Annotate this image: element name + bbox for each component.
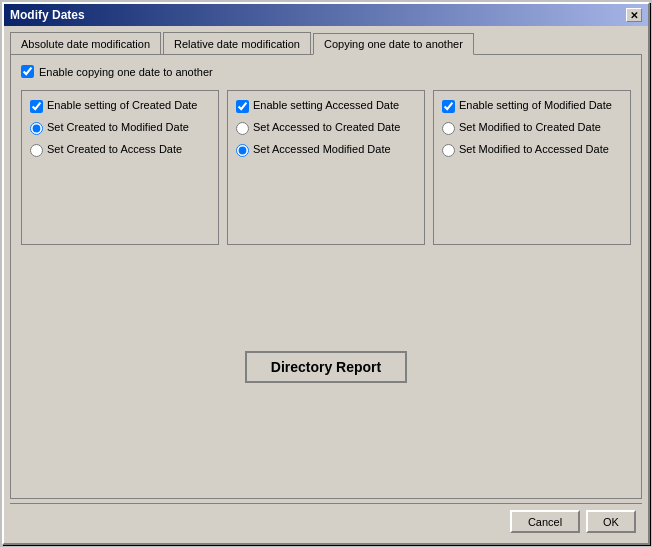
created-to-access-radio[interactable] xyxy=(30,144,43,157)
enable-copying-row: Enable copying one date to another xyxy=(21,65,631,78)
enable-modified-row: Enable setting of Modified Date xyxy=(442,99,622,113)
window-title: Modify Dates xyxy=(10,8,85,22)
panel-modified: Enable setting of Modified Date Set Modi… xyxy=(433,90,631,245)
panel-created: Enable setting of Created Date Set Creat… xyxy=(21,90,219,245)
ok-button[interactable]: OK xyxy=(586,510,636,533)
enable-copying-label[interactable]: Enable copying one date to another xyxy=(39,66,213,78)
tab-absolute[interactable]: Absolute date modification xyxy=(10,32,161,54)
modified-to-accessed-radio[interactable] xyxy=(442,144,455,157)
tab-bar: Absolute date modification Relative date… xyxy=(10,32,642,54)
modify-dates-window: Modify Dates ✕ Absolute date modificatio… xyxy=(2,2,650,545)
tab-copying[interactable]: Copying one date to another xyxy=(313,33,474,55)
enable-accessed-row: Enable setting Accessed Date xyxy=(236,99,416,113)
directory-report-area: Directory Report xyxy=(21,245,631,488)
title-bar-buttons: ✕ xyxy=(626,8,642,22)
accessed-to-created-row: Set Accessed to Created Date xyxy=(236,121,416,135)
panels-row: Enable setting of Created Date Set Creat… xyxy=(21,90,631,245)
tab-content-copying: Enable copying one date to another Enabl… xyxy=(10,54,642,499)
close-button[interactable]: ✕ xyxy=(626,8,642,22)
modified-to-created-label[interactable]: Set Modified to Created Date xyxy=(459,121,601,133)
bottom-buttons: Cancel OK xyxy=(10,503,642,537)
enable-copying-checkbox[interactable] xyxy=(21,65,34,78)
directory-report-box[interactable]: Directory Report xyxy=(245,351,407,383)
enable-accessed-label[interactable]: Enable setting Accessed Date xyxy=(253,99,399,111)
enable-modified-label[interactable]: Enable setting of Modified Date xyxy=(459,99,612,111)
enable-created-checkbox[interactable] xyxy=(30,100,43,113)
cancel-button[interactable]: Cancel xyxy=(510,510,580,533)
created-to-access-row: Set Created to Access Date xyxy=(30,143,210,157)
created-to-modified-label[interactable]: Set Created to Modified Date xyxy=(47,121,189,133)
window-body: Absolute date modification Relative date… xyxy=(4,26,648,543)
created-to-modified-radio[interactable] xyxy=(30,122,43,135)
tab-relative[interactable]: Relative date modification xyxy=(163,32,311,54)
title-bar: Modify Dates ✕ xyxy=(4,4,648,26)
enable-created-label[interactable]: Enable setting of Created Date xyxy=(47,99,197,111)
accessed-to-created-label[interactable]: Set Accessed to Created Date xyxy=(253,121,400,133)
directory-report-label: Directory Report xyxy=(271,359,381,375)
modified-to-created-row: Set Modified to Created Date xyxy=(442,121,622,135)
modified-to-created-radio[interactable] xyxy=(442,122,455,135)
accessed-to-created-radio[interactable] xyxy=(236,122,249,135)
accessed-to-modified-radio[interactable] xyxy=(236,144,249,157)
enable-accessed-checkbox[interactable] xyxy=(236,100,249,113)
created-to-modified-row: Set Created to Modified Date xyxy=(30,121,210,135)
created-to-access-label[interactable]: Set Created to Access Date xyxy=(47,143,182,155)
accessed-to-modified-row: Set Accessed Modified Date xyxy=(236,143,416,157)
modified-to-accessed-label[interactable]: Set Modified to Accessed Date xyxy=(459,143,609,155)
panel-accessed: Enable setting Accessed Date Set Accesse… xyxy=(227,90,425,245)
accessed-to-modified-label[interactable]: Set Accessed Modified Date xyxy=(253,143,391,155)
enable-modified-checkbox[interactable] xyxy=(442,100,455,113)
modified-to-accessed-row: Set Modified to Accessed Date xyxy=(442,143,622,157)
enable-created-row: Enable setting of Created Date xyxy=(30,99,210,113)
